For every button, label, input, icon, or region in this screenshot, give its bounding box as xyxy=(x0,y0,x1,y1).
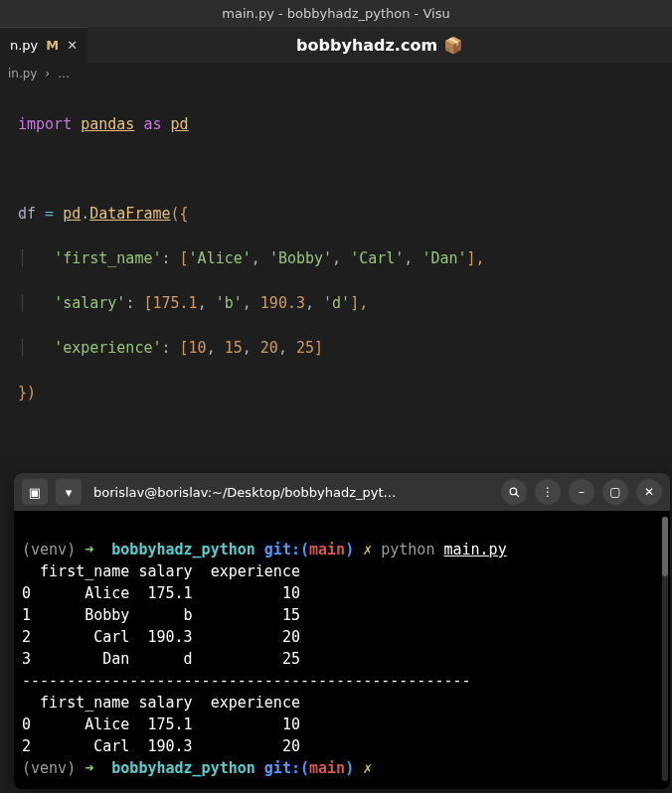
terminal-line: 1 Bobby b 15 xyxy=(22,606,300,624)
code-line: │ 'salary': [175.1, 'b', 190.3, 'd'], xyxy=(18,292,654,315)
terminal-line: 0 Alice 175.1 10 xyxy=(22,584,300,602)
svg-point-0 xyxy=(510,488,517,495)
terminal-line: first_name salary experience xyxy=(22,694,300,712)
tab-filename: n.py xyxy=(10,38,38,53)
active-tab[interactable]: n.py M ✕ xyxy=(0,27,87,63)
terminal-titlebar[interactable]: ▣ ▾ borislav@borislav:~/Desktop/bobbyhad… xyxy=(14,473,670,511)
terminal-line: (venv) ➜ bobbyhadz_python git:(main) ✗ xyxy=(22,759,372,777)
close-icon[interactable]: ✕ xyxy=(636,479,662,505)
tab-modified-marker: M xyxy=(46,38,59,53)
terminal-new-tab-icon[interactable]: ▣ xyxy=(22,479,48,505)
menu-icon[interactable]: ⋮ xyxy=(535,479,561,505)
terminal-line: 2 Carl 190.3 20 xyxy=(22,628,300,646)
breadcrumb-sep: › xyxy=(45,67,50,80)
terminal-body[interactable]: (venv) ➜ bobbyhadz_python git:(main) ✗ p… xyxy=(14,511,670,789)
svg-line-1 xyxy=(516,494,519,497)
terminal-line: first_name salary experience xyxy=(22,562,300,580)
code-line: │ 'experience': [10, 15, 20, 25] xyxy=(18,337,654,360)
terminal-line: 0 Alice 175.1 10 xyxy=(22,715,300,733)
tab-strip: n.py M ✕ bobbyhadz.com 📦 xyxy=(0,27,672,63)
search-icon[interactable] xyxy=(501,479,527,505)
terminal-window: ▣ ▾ borislav@borislav:~/Desktop/bobbyhad… xyxy=(14,473,670,789)
code-line: ⌄df = pd.DataFrame({ xyxy=(18,203,654,226)
terminal-line: 2 Carl 190.3 20 xyxy=(22,737,300,755)
scrollbar-thumb[interactable] xyxy=(662,517,668,576)
banner-icon: 📦 xyxy=(443,36,463,55)
breadcrumb-file: in.py xyxy=(8,67,37,80)
code-line: import pandas as pd xyxy=(18,113,654,136)
code-line xyxy=(18,158,654,181)
tab-close-icon[interactable]: ✕ xyxy=(67,38,78,53)
banner: bobbyhadz.com 📦 xyxy=(87,27,672,63)
maximize-icon[interactable]: ▢ xyxy=(602,479,628,505)
code-line: │ 'first_name': ['Alice', 'Bobby', 'Carl… xyxy=(18,247,654,270)
terminal-scrollbar[interactable] xyxy=(662,517,668,781)
window-title: main.py - bobbyhadz_python - Visu xyxy=(222,6,449,21)
terminal-line: 3 Dan d 25 xyxy=(22,650,300,668)
terminal-line: ----------------------------------------… xyxy=(22,672,471,690)
terminal-dropdown-icon[interactable]: ▾ xyxy=(56,479,82,505)
banner-text: bobbyhadz.com xyxy=(296,36,437,55)
minimize-icon[interactable]: – xyxy=(569,479,594,505)
code-line: }) xyxy=(18,382,654,404)
breadcrumb-more: … xyxy=(58,67,70,80)
terminal-title: borislav@borislav:~/Desktop/bobbyhadz_py… xyxy=(93,485,493,500)
window-titlebar: main.py - bobbyhadz_python - Visu xyxy=(0,0,672,27)
fold-icon[interactable]: ⌄ xyxy=(20,203,27,226)
breadcrumb[interactable]: in.py › … xyxy=(0,63,672,84)
terminal-line: (venv) ➜ bobbyhadz_python git:(main) ✗ p… xyxy=(22,541,507,558)
code-line xyxy=(18,426,654,449)
